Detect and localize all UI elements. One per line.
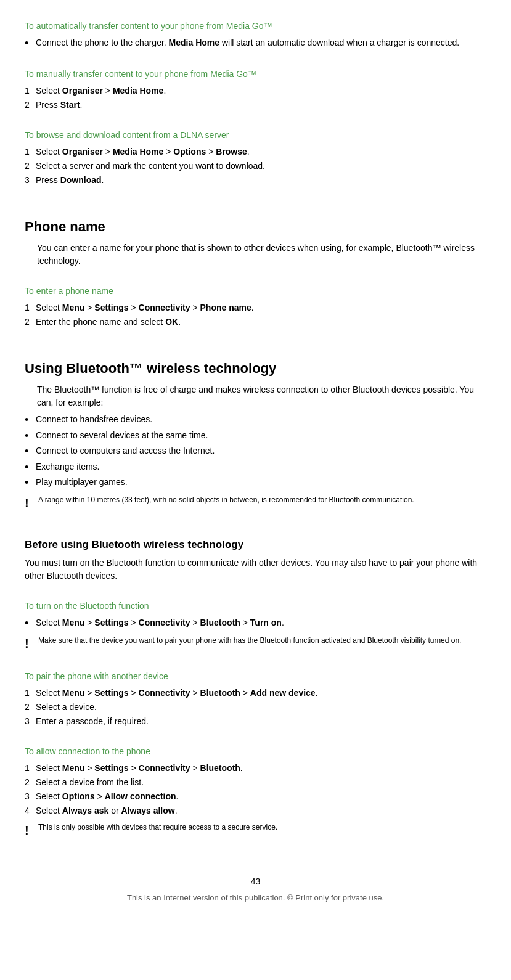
warning-text: A range within 10 metres (33 feet), with… [38,495,414,505]
bullet-text: Connect to handsfree devices. [36,413,486,426]
list-item: • Play multiplayer games. [25,476,486,490]
numbered-list-manual: 1 Select Organiser > Media Home. 2 Press… [25,84,486,112]
bluetooth-body: The Bluetooth™ function is free of charg… [37,383,486,409]
list-num: 1 [25,687,36,700]
list-text: Select Menu > Settings > Connectivity > … [36,687,486,700]
title-bluetooth: Using Bluetooth™ wireless technology [25,358,486,378]
list-item: 2 Press Start. [25,99,486,112]
bullet-icon: • [25,616,36,631]
list-text: Select Menu > Settings > Connectivity > … [36,762,486,775]
list-num: 1 [25,145,36,158]
bullet-item: • Connect the phone to the charger. Medi… [25,36,486,51]
phone-name-body: You can enter a name for your phone that… [37,242,486,267]
list-item: 3 Enter a passcode, if required. [25,715,486,728]
before-bluetooth-body: You must turn on the Bluetooth function … [25,557,486,582]
heading-enter-phone-name: To enter a phone name [25,285,486,298]
list-item: • Select Menu > Settings > Connectivity … [25,616,486,631]
list-text: Press Download. [36,174,486,187]
list-num: 3 [25,174,36,187]
list-text: Enter the phone name and select OK. [36,316,486,329]
list-num: 2 [25,99,36,112]
list-item: 1 Select Menu > Settings > Connectivity … [25,687,486,700]
list-item: 2 Enter the phone name and select OK. [25,316,486,329]
heading-allow-connection: To allow connection to the phone [25,745,486,758]
list-num: 3 [25,790,36,803]
list-num: 2 [25,776,36,789]
numbered-list-allow: 1 Select Menu > Settings > Connectivity … [25,762,486,817]
warning-icon: ! [25,635,38,651]
heading-pair-device: To pair the phone with another device [25,670,486,683]
list-text: Select Menu > Settings > Connectivity > … [36,301,486,314]
bullet-icon: • [25,444,36,459]
bullet-icon: • [25,36,36,51]
list-item: 3 Select Options > Allow connection. [25,790,486,803]
list-item: 2 Select a server and mark the content y… [25,160,486,173]
title-before-bluetooth: Before using Bluetooth wireless technolo… [25,537,486,553]
list-item: 1 Select Menu > Settings > Connectivity … [25,762,486,775]
bullet-icon: • [25,429,36,443]
turn-on-bullets: • Select Menu > Settings > Connectivity … [25,616,486,631]
allow-connection-warning: ! This is only possible with devices tha… [25,822,486,838]
bluetooth-turn-on-warning: ! Make sure that the device you want to … [25,635,486,651]
list-num: 2 [25,160,36,173]
list-text: Select Organiser > Media Home > Options … [36,145,486,158]
heading-manual-transfer: To manually transfer content to your pho… [25,68,486,81]
list-item: • Exchange items. [25,460,486,475]
list-text: Select Always ask or Always allow. [36,804,486,817]
warning-icon: ! [25,822,38,838]
list-text: Select a device. [36,701,486,714]
page-footer: 43 This is an Internet version of this p… [25,875,486,904]
warning-icon: ! [25,495,38,511]
heading-dlna: To browse and download content from a DL… [25,129,486,142]
warning-text: This is only possible with devices that … [38,822,277,833]
bluetooth-bullets: • Connect to handsfree devices. • Connec… [25,413,486,490]
title-phone-name: Phone name [25,216,486,237]
list-item: 1 Select Organiser > Media Home > Option… [25,145,486,158]
page-number: 43 [25,875,486,888]
list-text: Select Options > Allow connection. [36,790,486,803]
bluetooth-range-warning: ! A range within 10 metres (33 feet), wi… [25,495,486,511]
heading-auto-transfer: To automatically transfer content to you… [25,20,486,33]
list-text: Select Organiser > Media Home. [36,84,486,97]
bullet-text: Select Menu > Settings > Connectivity > … [36,616,486,629]
list-item: 4 Select Always ask or Always allow. [25,804,486,817]
list-num: 2 [25,316,36,329]
bullet-text: Exchange items. [36,460,486,473]
bullet-text: Play multiplayer games. [36,476,486,489]
list-num: 1 [25,301,36,314]
numbered-list-phone-name: 1 Select Menu > Settings > Connectivity … [25,301,486,329]
list-text: Enter a passcode, if required. [36,715,486,728]
section-dlna: To browse and download content from a DL… [25,129,486,187]
list-item: 2 Select a device from the list. [25,776,486,789]
numbered-list-pair: 1 Select Menu > Settings > Connectivity … [25,687,486,728]
numbered-list-dlna: 1 Select Organiser > Media Home > Option… [25,145,486,187]
list-text: Select a device from the list. [36,776,486,789]
list-item: 1 Select Menu > Settings > Connectivity … [25,301,486,314]
list-num: 3 [25,715,36,728]
section-phone-name: Phone name You can enter a name for your… [25,216,486,329]
list-num: 1 [25,762,36,775]
list-item: • Connect to computers and access the In… [25,444,486,459]
list-item: 2 Select a device. [25,701,486,714]
list-num: 4 [25,804,36,817]
bullet-icon: • [25,460,36,475]
bullet-text: Connect to computers and access the Inte… [36,444,486,457]
list-text: Press Start. [36,99,486,112]
list-item: 3 Press Download. [25,174,486,187]
bullet-text: Connect the phone to the charger. Media … [36,36,486,49]
list-text: Select a server and mark the content you… [36,160,486,173]
footer-text: This is an Internet version of this publ… [127,893,384,902]
section-auto-transfer: To automatically transfer content to you… [25,20,486,51]
bullet-icon: • [25,476,36,490]
section-manual-transfer: To manually transfer content to your pho… [25,68,486,112]
list-num: 1 [25,84,36,97]
list-num: 2 [25,701,36,714]
heading-turn-on-bluetooth: To turn on the Bluetooth function [25,600,486,613]
bullet-text: Connect to several devices at the same t… [36,429,486,442]
bullet-icon: • [25,413,36,427]
warning-text: Make sure that the device you want to pa… [38,635,461,646]
list-item: 1 Select Organiser > Media Home. [25,84,486,97]
list-item: • Connect to handsfree devices. [25,413,486,427]
section-bluetooth: Using Bluetooth™ wireless technology The… [25,358,486,838]
list-item: • Connect to several devices at the same… [25,429,486,443]
